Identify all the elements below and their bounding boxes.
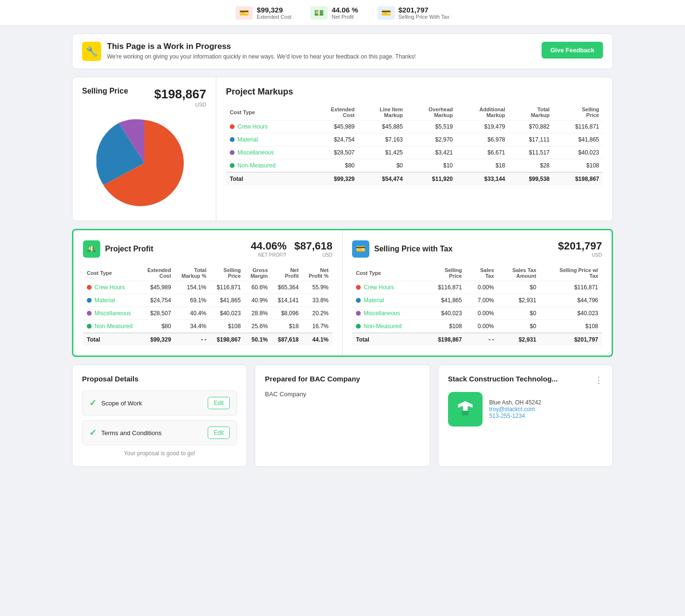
profit-panel-icon: 💵 xyxy=(83,240,100,258)
extended-cost-label: Extended Cost xyxy=(257,14,291,20)
stat-net-profit: 💵 44.06 % Net Profit xyxy=(310,6,358,20)
pie-chart xyxy=(96,115,192,211)
table-row-total: Total$99,329$54,474$11,920$33,144$99,538… xyxy=(226,172,603,185)
table-row: Miscellaneous $28,507 $1,425 $3,421 $6,6… xyxy=(226,146,603,159)
pp-col-total-markup-pct: TotalMarkup % xyxy=(175,265,211,281)
top-section: Selling Price $198,867 USD xyxy=(72,77,613,221)
pp-col-net-profit-pct: NetProfit % xyxy=(303,265,332,281)
table-row: Crew Hours $116,871 0.00% $0 $116,871 xyxy=(352,281,602,294)
tax-panel-icon: 💳 xyxy=(352,240,369,258)
wip-banner: 🔧 This Page is a Work in Progress We're … xyxy=(72,34,613,69)
tax-panel-amount: $201,797 xyxy=(558,240,602,252)
terms-conditions-item: ✓ Terms and Conditions Edit xyxy=(82,420,237,445)
profit-panel-title: Project Profit xyxy=(105,245,153,253)
net-profit-amount: 44.06 % xyxy=(331,6,358,14)
spt-col-sp-with-tax: Selling Price w/Tax xyxy=(540,265,602,281)
project-profit-table: Cost Type ExtendedCost TotalMarkup % Sel… xyxy=(83,265,332,346)
contractor-card: Stack Construction Technolog... ⋮ Blue A… xyxy=(438,365,613,467)
contractor-phone[interactable]: 513-255-1234 xyxy=(489,413,542,419)
table-row: Material $41,865 7.00% $2,931 $44,796 xyxy=(352,294,602,307)
pm-col-additional: AdditionalMarkup xyxy=(457,105,509,120)
project-profit-panel: 💵 Project Profit 44.06% NET PROFIT $87,6… xyxy=(73,230,342,355)
scope-check-icon: ✓ xyxy=(89,398,96,408)
selling-price-tax-panel: 💳 Selling Price with Tax $201,797 USD Co… xyxy=(342,230,612,355)
pm-col-line-markup: Line ItemMarkup xyxy=(358,105,406,120)
contractor-logo xyxy=(448,392,483,426)
selling-price-tax-table: Cost Type SellingPrice SalesTax Sales Ta… xyxy=(352,265,602,346)
pp-col-ext-cost: ExtendedCost xyxy=(141,265,175,281)
pm-col-selling-price: SellingPrice xyxy=(554,105,603,120)
profit-percent: 44.06% xyxy=(251,240,287,252)
table-row: Non-Measured $80 34.4% $108 25.6% $18 16… xyxy=(83,320,332,333)
net-profit-label: Net Profit xyxy=(331,14,358,20)
pm-col-ext-cost: ExtendedCost xyxy=(309,105,358,120)
pp-col-gross-margin: GrossMargin xyxy=(245,265,272,281)
good-to-go-text: Your proposal is good to go! xyxy=(82,450,237,457)
prepared-for-title: Prepared for BAC Company xyxy=(265,375,420,383)
project-markups-title: Project Markups xyxy=(226,87,603,97)
spt-col-tax-amount: Sales TaxAmount xyxy=(498,265,540,281)
green-section: 💵 Project Profit 44.06% NET PROFIT $87,6… xyxy=(72,229,613,357)
profit-percent-label: NET PROFIT xyxy=(251,252,287,258)
proposal-details-title: Proposal Details xyxy=(82,375,237,383)
pp-col-selling-price: SellingPrice xyxy=(210,265,245,281)
selling-price-currency: USD xyxy=(154,102,206,107)
give-feedback-button[interactable]: Give Feedback xyxy=(542,42,603,59)
bottom-section: Proposal Details ✓ Scope of Work Edit ✓ … xyxy=(72,365,613,467)
table-row: Material $24,754 $7,163 $2,970 $6,978 $1… xyxy=(226,133,603,146)
prepared-for-company: BAC Company xyxy=(265,391,420,398)
contractor-city: Blue Ash, OH 45242 xyxy=(489,399,542,406)
selling-price-panel: Selling Price $198,867 USD xyxy=(72,77,216,221)
net-profit-icon: 💵 xyxy=(310,6,328,20)
table-row-total: Total$99,329- -$198,86750.1%$87,61844.1% xyxy=(83,333,332,346)
table-row-total: Total$198,867- -$2,931$201,797 xyxy=(352,333,602,346)
tax-panel-title: Selling Price with Tax xyxy=(374,245,452,253)
spt-col-selling-price: SellingPrice xyxy=(424,265,466,281)
wip-icon: 🔧 xyxy=(82,42,101,61)
scope-of-work-item: ✓ Scope of Work Edit xyxy=(82,391,237,415)
project-markups-table: Cost Type ExtendedCost Line ItemMarkup O… xyxy=(226,105,603,185)
table-row: Material $24,754 69.1% $41,865 40.9% $14… xyxy=(83,294,332,307)
wip-title: This Page is a Work in Progress xyxy=(107,42,416,51)
terms-check-icon: ✓ xyxy=(89,427,96,438)
pp-col-cost-type: Cost Type xyxy=(83,265,141,281)
project-markups-panel: Project Markups Cost Type ExtendedCost L… xyxy=(216,77,613,221)
wip-subtitle: We're working on giving you your informa… xyxy=(107,53,416,60)
table-row: Non-Measured $108 0.00% $0 $108 xyxy=(352,320,602,333)
prepared-for-card: Prepared for BAC Company BAC Company xyxy=(255,365,430,467)
stat-extended-cost: 💳 $99,329 Extended Cost xyxy=(236,6,291,20)
extended-cost-icon: 💳 xyxy=(236,6,253,20)
spt-col-cost-type: Cost Type xyxy=(352,265,424,281)
stat-selling-price-tax: 💳 $201,797 Selling Price With Tax xyxy=(378,6,449,20)
table-row: Crew Hours $45,989 $45,885 $5,519 $19,47… xyxy=(226,120,603,133)
terms-edit-button[interactable]: Edit xyxy=(208,426,230,439)
selling-price-tax-amount: $201,797 xyxy=(399,6,449,14)
table-row: Miscellaneous $28,507 40.4% $40,023 28.8… xyxy=(83,307,332,320)
selling-price-tax-label: Selling Price With Tax xyxy=(399,14,449,20)
profit-amount-label: USD xyxy=(294,252,332,258)
table-row: Non-Measured $80 $0 $10 $18 $28 $108 xyxy=(226,159,603,173)
scope-edit-button[interactable]: Edit xyxy=(208,397,230,409)
pm-col-total-markup: TotalMarkup xyxy=(509,105,554,120)
pm-col-overhead: OverheadMarkup xyxy=(407,105,457,120)
scope-of-work-label: Scope of Work xyxy=(101,400,142,407)
contractor-title: Stack Construction Technolog... xyxy=(448,375,558,383)
proposal-details-card: Proposal Details ✓ Scope of Work Edit ✓ … xyxy=(72,365,247,467)
table-row: Crew Hours $45,989 154.1% $116,871 60.6%… xyxy=(83,281,332,294)
tax-panel-amount-label: USD xyxy=(558,252,602,258)
terms-conditions-label: Terms and Conditions xyxy=(101,429,162,437)
table-row: Miscellaneous $40,023 0.00% $0 $40,023 xyxy=(352,307,602,320)
top-bar: 💳 $99,329 Extended Cost 💵 44.06 % Net Pr… xyxy=(0,0,685,26)
contractor-email[interactable]: troy@stackct.com xyxy=(489,406,542,413)
profit-amount: $87,618 xyxy=(294,240,332,252)
more-options-icon[interactable]: ⋮ xyxy=(594,375,603,385)
selling-price-title: Selling Price xyxy=(82,87,128,95)
spt-col-sales-tax: SalesTax xyxy=(466,265,498,281)
selling-price-tax-icon: 💳 xyxy=(378,6,395,20)
pm-col-cost-type: Cost Type xyxy=(226,105,309,120)
pp-col-net-profit: NetProfit xyxy=(272,265,302,281)
selling-price-amount: $198,867 xyxy=(154,87,206,102)
extended-cost-amount: $99,329 xyxy=(257,6,291,14)
